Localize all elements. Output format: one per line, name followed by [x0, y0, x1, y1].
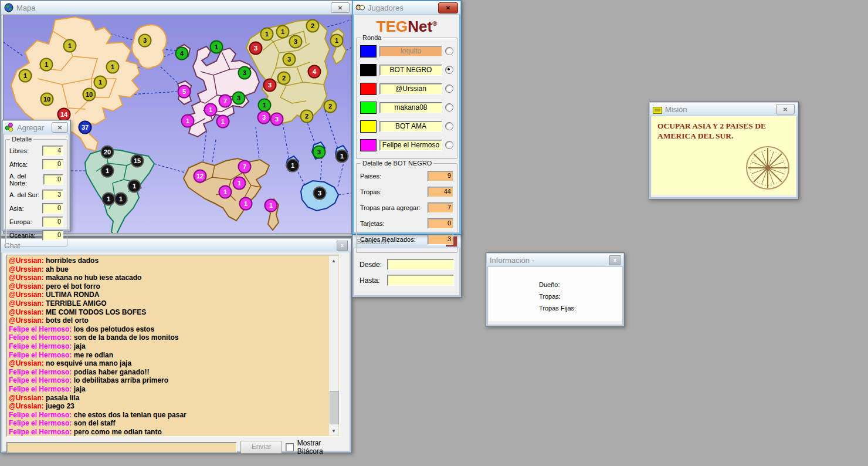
agregar-titlebar[interactable]: Agregar ✕	[3, 121, 70, 134]
seleccion-field-input[interactable]	[387, 275, 454, 286]
army-marker[interactable]: 1	[259, 99, 271, 112]
army-marker[interactable]: 1	[64, 40, 76, 52]
army-marker[interactable]: 1	[94, 76, 107, 89]
army-marker[interactable]: 1	[211, 41, 223, 53]
army-marker[interactable]: 3	[250, 42, 262, 55]
army-marker[interactable]: 1	[287, 160, 299, 172]
informacion-close-button[interactable]: x	[609, 255, 621, 265]
army-marker[interactable]: 2	[324, 100, 337, 113]
army-marker[interactable]: 3	[239, 67, 251, 79]
army-marker[interactable]: 3	[314, 187, 326, 200]
jugadores-close-button[interactable]: ✕	[438, 2, 458, 13]
player-radio[interactable]	[445, 85, 453, 93]
informacion-titlebar[interactable]: Información - x	[487, 254, 623, 267]
chat-message: Felipe el Hermoso: lo debilitabas arriba…	[9, 376, 339, 385]
army-marker[interactable]: 14	[58, 109, 70, 121]
army-marker[interactable]: 2	[307, 20, 319, 32]
army-marker[interactable]: 7	[239, 161, 251, 173]
svg-text:1: 1	[291, 162, 294, 169]
army-marker[interactable]: 12	[194, 170, 206, 183]
army-marker[interactable]: 1	[115, 193, 127, 205]
chat-message-user: @Urssian:	[9, 256, 44, 265]
army-marker[interactable]: 1	[233, 177, 246, 190]
detail-row-label: A. del Norte:	[9, 173, 43, 187]
player-name: BOT NEGRO	[379, 65, 442, 76]
army-marker[interactable]: 1	[277, 26, 289, 38]
svg-text:2: 2	[328, 103, 332, 110]
chat-log[interactable]: @Urssian: horribles dados@Urssian: ah bu…	[6, 255, 340, 437]
army-marker[interactable]: 1	[19, 70, 32, 82]
army-marker[interactable]: 10	[41, 93, 53, 106]
army-marker[interactable]: 20	[101, 146, 114, 158]
player-radio[interactable]	[445, 141, 453, 149]
chat-message: @Urssian: pasala lila	[9, 394, 339, 403]
army-marker[interactable]: 1	[331, 35, 343, 47]
ronda-groupbox: Ronda loquitoBOT NEGRO@Urssianmakana08BO…	[356, 38, 457, 159]
detail-row-label: Oceanía:	[9, 232, 36, 239]
army-marker[interactable]: 1	[205, 104, 217, 116]
army-marker[interactable]: 37	[79, 121, 91, 134]
chat-message-user: @Urssian:	[9, 265, 44, 273]
army-marker[interactable]: 2	[278, 72, 290, 85]
bitacora-checkbox[interactable]	[286, 443, 294, 451]
agregar-close-button[interactable]: ✕	[52, 122, 68, 133]
svg-text:1: 1	[215, 43, 218, 50]
army-marker[interactable]: 1	[103, 193, 115, 205]
army-marker[interactable]: 1	[101, 165, 114, 177]
chat-message-user: Felipe el Hermoso:	[9, 376, 72, 384]
detail-row-value: 7	[428, 202, 453, 213]
chat-input[interactable]	[6, 442, 237, 453]
army-marker[interactable]: 10	[83, 89, 96, 101]
army-marker[interactable]: 3	[139, 35, 151, 47]
army-marker[interactable]: 1	[261, 28, 273, 40]
army-marker[interactable]: 4	[308, 66, 321, 78]
army-marker[interactable]: 1	[182, 115, 194, 127]
scroll-up-icon[interactable]: ▲	[329, 256, 338, 265]
army-marker[interactable]: 3	[290, 36, 302, 48]
scrollbar-thumb[interactable]	[330, 391, 339, 424]
chat-message: Felipe el Hermoso: jajaja	[9, 436, 339, 437]
svg-text:1: 1	[238, 180, 241, 187]
army-marker[interactable]: 1	[219, 186, 232, 198]
player-radio[interactable]	[445, 122, 453, 130]
player-radio[interactable]	[445, 103, 453, 112]
army-marker[interactable]: 1	[336, 150, 348, 163]
chat-close-button[interactable]: x	[337, 241, 348, 251]
chat-message: @Urssian: ah bue	[9, 265, 339, 274]
chat-message-user: @Urssian:	[9, 402, 44, 410]
mision-titlebar[interactable]: Misión ✕	[650, 103, 798, 116]
army-marker[interactable]: 3	[264, 79, 276, 92]
army-marker[interactable]: 3	[233, 92, 245, 104]
army-marker[interactable]: 1	[40, 59, 53, 71]
detail-row-value: 44	[428, 187, 453, 197]
army-marker[interactable]: 4	[176, 48, 188, 60]
army-marker[interactable]: 3	[283, 53, 296, 66]
send-button[interactable]: Enviar	[240, 441, 282, 454]
army-marker[interactable]: 1	[217, 116, 229, 128]
chat-scrollbar[interactable]: ▲ ▼	[329, 256, 338, 435]
seleccion-field-input[interactable]	[387, 259, 454, 270]
army-marker[interactable]: 3	[258, 112, 270, 124]
mapa-titlebar[interactable]: Mapa ✕	[1, 1, 352, 15]
army-marker[interactable]: 2	[301, 110, 313, 123]
chat-message-user: @Urssian:	[9, 299, 44, 308]
svg-text:1: 1	[281, 28, 284, 35]
army-marker[interactable]: 1	[107, 61, 119, 73]
scroll-down-icon[interactable]: ▼	[329, 426, 338, 435]
army-marker[interactable]: 15	[131, 155, 144, 167]
army-marker[interactable]: 7	[219, 95, 232, 107]
chat-message-user: @Urssian:	[9, 291, 44, 299]
jugadores-titlebar[interactable]: Jugadores ✕	[353, 1, 460, 15]
chat-message-text: pasala lila	[44, 394, 80, 402]
army-marker[interactable]: 5	[178, 86, 191, 98]
player-row: BOT AMA	[360, 120, 453, 133]
army-marker[interactable]: 1	[128, 180, 141, 193]
player-radio[interactable]	[445, 66, 453, 74]
army-marker[interactable]: 1	[240, 198, 252, 210]
mapa-close-button[interactable]: ✕	[331, 2, 350, 13]
army-marker[interactable]: 1	[265, 200, 277, 212]
player-radio[interactable]	[445, 47, 453, 55]
army-marker[interactable]: 3	[271, 113, 283, 126]
mision-close-button[interactable]: ✕	[776, 104, 795, 114]
army-marker[interactable]: 3	[313, 146, 326, 158]
